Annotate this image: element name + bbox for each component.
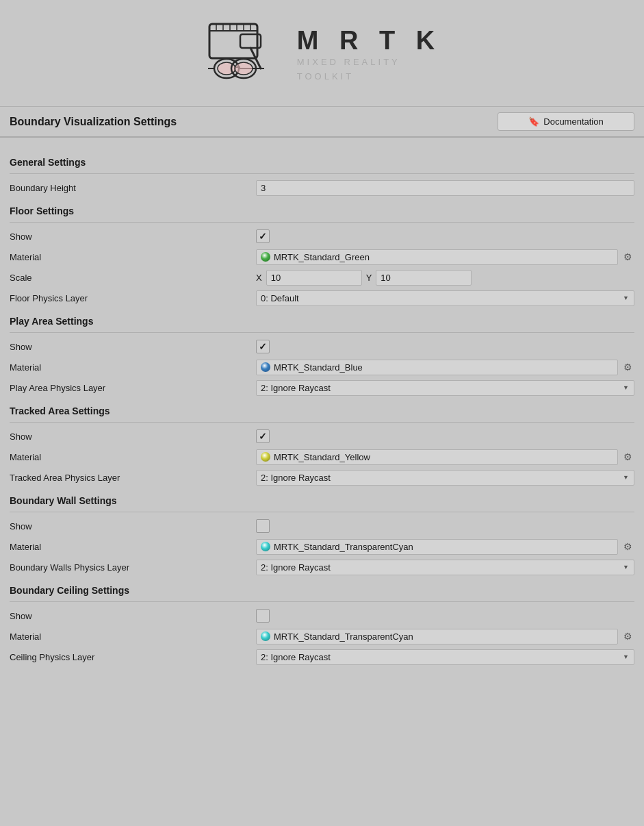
boundary-ceiling-material-settings-icon[interactable]: ⚙ bbox=[621, 629, 634, 643]
boundary-ceiling-material-input[interactable]: MRTK_Standard_TransparentCyan bbox=[256, 629, 618, 644]
floor-divider bbox=[10, 222, 634, 223]
tracked-area-show-label: Show bbox=[10, 431, 256, 442]
doc-button-label: Documentation bbox=[543, 116, 603, 127]
floor-physics-layer-select[interactable]: 0: Default 1: TransparentFX 2: Ignore Ra… bbox=[256, 290, 634, 306]
floor-scale-x-input[interactable] bbox=[266, 270, 362, 286]
play-area-physics-layer-label: Play Area Physics Layer bbox=[10, 383, 256, 393]
header-subtitle-line2: TOOLKIT bbox=[297, 70, 441, 84]
header-subtitle-line1: MIXED REALITY bbox=[297, 55, 441, 70]
boundary-height-input[interactable] bbox=[256, 180, 634, 196]
floor-scale-y-label: Y bbox=[366, 273, 372, 283]
boundary-ceiling-divider bbox=[10, 601, 634, 602]
floor-scale-inputs: X Y bbox=[256, 270, 634, 286]
tracked-area-physics-layer-label: Tracked Area Physics Layer bbox=[10, 473, 256, 483]
documentation-button[interactable]: 🔖 Documentation bbox=[498, 112, 634, 131]
floor-show-label: Show bbox=[10, 231, 256, 242]
boundary-ceiling-show-checkbox[interactable] bbox=[256, 609, 270, 623]
boundary-wall-settings-header: Boundary Wall Settings bbox=[10, 495, 634, 506]
general-divider bbox=[10, 173, 634, 174]
floor-scale-label: Scale bbox=[10, 273, 256, 283]
play-area-material-input[interactable]: MRTK_Standard_Blue bbox=[256, 360, 618, 375]
play-area-divider bbox=[10, 332, 634, 333]
floor-material-ball bbox=[261, 252, 270, 262]
boundary-wall-material-ball bbox=[261, 542, 270, 551]
play-area-show-row: Show bbox=[10, 338, 634, 355]
tracked-area-material-label: Material bbox=[10, 452, 256, 462]
boundary-wall-show-row: Show bbox=[10, 518, 634, 534]
floor-scale-y-input[interactable] bbox=[376, 270, 472, 286]
boundary-ceiling-show-row: Show bbox=[10, 608, 634, 624]
play-area-material-ball bbox=[261, 362, 270, 372]
tracked-area-settings-header: Tracked Area Settings bbox=[10, 405, 634, 416]
boundary-height-value bbox=[256, 180, 634, 196]
floor-scale-row: Scale X Y bbox=[10, 269, 634, 286]
floor-material-settings-icon[interactable]: ⚙ bbox=[621, 250, 634, 264]
toolbar: Boundary Visualization Settings 🔖 Docume… bbox=[0, 106, 644, 138]
tracked-area-show-row: Show bbox=[10, 428, 634, 445]
boundary-wall-divider bbox=[10, 512, 634, 512]
tracked-area-physics-layer-select[interactable]: 0: Default 1: TransparentFX 2: Ignore Ra… bbox=[256, 470, 634, 486]
tracked-area-material-text: MRTK_Standard_Yellow bbox=[274, 452, 370, 462]
play-area-material-row: Material MRTK_Standard_Blue ⚙ bbox=[10, 359, 634, 375]
boundary-wall-material-settings-icon[interactable]: ⚙ bbox=[621, 540, 634, 553]
floor-material-row: Material MRTK_Standard_Green ⚙ bbox=[10, 249, 634, 265]
boundary-ceiling-material-field: MRTK_Standard_TransparentCyan ⚙ bbox=[256, 629, 634, 644]
floor-show-checkbox[interactable] bbox=[256, 229, 270, 243]
tracked-area-divider bbox=[10, 422, 634, 423]
floor-physics-layer-label: Floor Physics Layer bbox=[10, 293, 256, 303]
play-area-show-checkbox[interactable] bbox=[256, 340, 270, 353]
tracked-area-material-settings-icon[interactable]: ⚙ bbox=[621, 450, 634, 464]
floor-physics-layer-wrapper: 0: Default 1: TransparentFX 2: Ignore Ra… bbox=[256, 290, 634, 306]
boundary-ceiling-show-label: Show bbox=[10, 611, 256, 621]
tracked-area-material-field: MRTK_Standard_Yellow ⚙ bbox=[256, 449, 634, 465]
boundary-ceiling-physics-layer-row: Ceiling Physics Layer 0: Default 1: Tran… bbox=[10, 649, 634, 665]
boundary-wall-physics-layer-wrapper: 0: Default 1: TransparentFX 2: Ignore Ra… bbox=[256, 560, 634, 575]
boundary-wall-physics-layer-select[interactable]: 0: Default 1: TransparentFX 2: Ignore Ra… bbox=[256, 560, 634, 575]
boundary-wall-show-checkbox[interactable] bbox=[256, 519, 270, 533]
boundary-ceiling-settings-header: Boundary Ceiling Settings bbox=[10, 585, 634, 596]
play-area-material-text: MRTK_Standard_Blue bbox=[274, 362, 363, 373]
general-settings-header: General Settings bbox=[10, 157, 634, 168]
tracked-area-material-row: Material MRTK_Standard_Yellow ⚙ bbox=[10, 449, 634, 465]
boundary-ceiling-material-row: Material MRTK_Standard_TransparentCyan ⚙ bbox=[10, 628, 634, 644]
boundary-wall-material-field: MRTK_Standard_TransparentCyan ⚙ bbox=[256, 539, 634, 555]
logo bbox=[203, 14, 285, 96]
floor-material-label: Material bbox=[10, 252, 256, 262]
floor-material-field: MRTK_Standard_Green ⚙ bbox=[256, 249, 634, 265]
tracked-area-show-checkbox[interactable] bbox=[256, 429, 270, 443]
floor-settings-header: Floor Settings bbox=[10, 205, 634, 216]
play-area-physics-layer-select[interactable]: 0: Default 1: TransparentFX 2: Ignore Ra… bbox=[256, 380, 634, 396]
svg-point-15 bbox=[235, 62, 253, 75]
boundary-ceiling-physics-layer-label: Ceiling Physics Layer bbox=[10, 652, 256, 662]
play-area-physics-layer-row: Play Area Physics Layer 0: Default 1: Tr… bbox=[10, 379, 634, 396]
tracked-area-physics-layer-row: Tracked Area Physics Layer 0: Default 1:… bbox=[10, 469, 634, 486]
floor-scale-x-label: X bbox=[256, 273, 262, 283]
boundary-wall-show-label: Show bbox=[10, 521, 256, 531]
floor-show-row: Show bbox=[10, 228, 634, 245]
boundary-wall-material-input[interactable]: MRTK_Standard_TransparentCyan bbox=[256, 539, 618, 555]
boundary-ceiling-physics-layer-select[interactable]: 0: Default 1: TransparentFX 2: Ignore Ra… bbox=[256, 649, 634, 665]
boundary-wall-physics-layer-row: Boundary Walls Physics Layer 0: Default … bbox=[10, 559, 634, 575]
doc-icon: 🔖 bbox=[528, 116, 539, 127]
play-area-settings-header: Play Area Settings bbox=[10, 316, 634, 327]
boundary-ceiling-material-label: Material bbox=[10, 631, 256, 642]
boundary-height-row: Boundary Height bbox=[10, 179, 634, 196]
play-area-material-field: MRTK_Standard_Blue ⚙ bbox=[256, 360, 634, 375]
tracked-area-material-input[interactable]: MRTK_Standard_Yellow bbox=[256, 449, 618, 465]
mrtk-title: M R T K bbox=[297, 26, 441, 55]
floor-physics-layer-row: Floor Physics Layer 0: Default 1: Transp… bbox=[10, 290, 634, 306]
tracked-area-material-ball bbox=[261, 452, 270, 462]
header-title-block: M R T K MIXED REALITY TOOLKIT bbox=[297, 26, 441, 84]
play-area-show-label: Show bbox=[10, 342, 256, 352]
floor-material-input[interactable]: MRTK_Standard_Green bbox=[256, 249, 618, 265]
boundary-height-label: Boundary Height bbox=[10, 183, 256, 193]
boundary-wall-physics-layer-label: Boundary Walls Physics Layer bbox=[10, 562, 256, 573]
boundary-wall-material-row: Material MRTK_Standard_TransparentCyan ⚙ bbox=[10, 538, 634, 555]
main-content: General Settings Boundary Height Floor S… bbox=[0, 138, 644, 679]
app-header: M R T K MIXED REALITY TOOLKIT bbox=[0, 0, 644, 106]
play-area-material-settings-icon[interactable]: ⚙ bbox=[621, 360, 634, 374]
toolbar-title: Boundary Visualization Settings bbox=[10, 116, 177, 128]
tracked-area-physics-layer-wrapper: 0: Default 1: TransparentFX 2: Ignore Ra… bbox=[256, 470, 634, 486]
boundary-ceiling-material-ball bbox=[261, 631, 270, 641]
play-area-physics-layer-wrapper: 0: Default 1: TransparentFX 2: Ignore Ra… bbox=[256, 380, 634, 396]
